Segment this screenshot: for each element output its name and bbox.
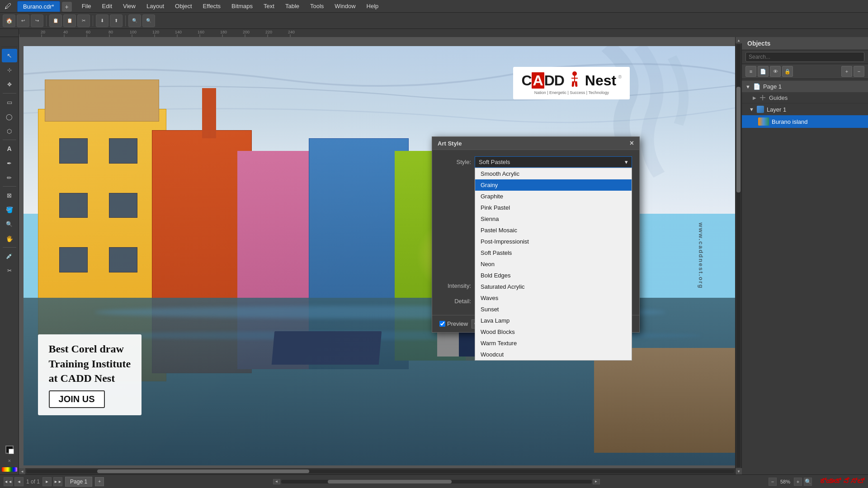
h-scroll-track[interactable]	[281, 480, 592, 483]
preview-checkbox[interactable]	[439, 321, 445, 327]
v-scrollbar[interactable]: ▲ ▼	[735, 37, 741, 474]
obj-tool-add[interactable]: +	[841, 66, 852, 77]
export-btn[interactable]: ⬆	[110, 14, 123, 27]
scroll-left[interactable]: ◄	[19, 468, 25, 474]
scroll-up-btn[interactable]: ▲	[736, 37, 742, 43]
menu-item-view[interactable]: View	[118, 2, 140, 10]
node-tool[interactable]: ⊹	[2, 63, 17, 77]
page-tab[interactable]: Page 1	[65, 477, 92, 487]
scissors-tool[interactable]: ✂	[2, 264, 17, 277]
page-first-btn[interactable]: ◄◄	[4, 477, 13, 486]
dialog-close-button[interactable]: ×	[630, 139, 634, 147]
h-scroll-right[interactable]: ►	[593, 479, 600, 484]
pencil-tool[interactable]: ✏	[2, 171, 17, 184]
dropdown-item-smooth-acrylic[interactable]: Smooth Acrylic	[475, 168, 632, 179]
dropdown-item-pink-pastel[interactable]: Pink Pastel	[475, 202, 632, 213]
guides-expand[interactable]: ▶	[753, 95, 756, 100]
fill-tool[interactable]: 🪣	[2, 203, 17, 216]
page-prev-btn[interactable]: ◄	[14, 477, 24, 486]
zoom-in-btn[interactable]: 🔍	[128, 14, 141, 27]
guides-item[interactable]: ▶ Guides	[742, 92, 868, 103]
menu-item-tools[interactable]: Tools	[306, 2, 328, 10]
dropdown-selected[interactable]: Soft Pastels ▾	[475, 156, 632, 168]
menu-bar: 🖊 Burano.cdr* + FileEditViewLayoutObject…	[0, 0, 868, 13]
h-scroll-thumb[interactable]	[328, 480, 452, 483]
color-eyedrop[interactable]: 💉	[2, 249, 17, 263]
dropdown-item-waves[interactable]: Waves	[475, 292, 632, 304]
dropdown-item-wood-blocks[interactable]: Wood Blocks	[475, 326, 632, 338]
dropdown-item-neon[interactable]: Neon	[475, 258, 632, 270]
search-input[interactable]	[745, 52, 864, 62]
layer1-collapse[interactable]: ▼	[749, 107, 754, 112]
fill-none[interactable]: ✕	[2, 456, 17, 465]
dropdown-list[interactable]: Smooth Acrylic Grainy Graphite Pink Past…	[475, 168, 632, 361]
scroll-down-btn[interactable]: ▼	[736, 468, 742, 474]
menu-item-object[interactable]: Object	[170, 2, 197, 10]
page-next-btn[interactable]: ►	[42, 477, 52, 486]
join-button[interactable]: JOIN US	[49, 390, 105, 408]
polygon-tool[interactable]: ⬡	[2, 124, 17, 138]
select-tool[interactable]: ↖	[2, 49, 17, 62]
dropdown-item-soft-pastels[interactable]: Soft Pastels	[475, 247, 632, 258]
menu-item-edit[interactable]: Edit	[98, 2, 117, 10]
layer1-item[interactable]: ▼ Layer 1	[742, 103, 868, 115]
import-btn[interactable]: ⬇	[96, 14, 108, 27]
obj-tool-del[interactable]: −	[854, 66, 864, 77]
zoom-out-status[interactable]: −	[769, 478, 777, 486]
dropdown-item-post-impressionist[interactable]: Post-Impressionist	[475, 236, 632, 247]
home-button[interactable]: 🏠	[3, 14, 15, 27]
menu-item-bitmaps[interactable]: Bitmaps	[227, 2, 257, 10]
obj-tool-page[interactable]: 📄	[758, 66, 769, 77]
tool-btn-1[interactable]: ↩	[17, 14, 29, 27]
dropdown-item-bold-edges[interactable]: Bold Edges	[475, 270, 632, 281]
menu-item-file[interactable]: File	[77, 2, 96, 10]
burano-item[interactable]: Burano island	[742, 115, 868, 128]
dropdown-item-warm-texture[interactable]: Warm Texture	[475, 338, 632, 349]
crop-tool[interactable]: ⊠	[2, 188, 17, 202]
dropdown-item-graphite[interactable]: Graphite	[475, 191, 632, 202]
transform-tool[interactable]: ✥	[2, 78, 17, 91]
dropdown-item-sunset[interactable]: Sunset	[475, 304, 632, 315]
bottom-scrollbar[interactable]: ◄ ►	[273, 479, 600, 484]
zoom-out-btn[interactable]: 🔍	[142, 14, 155, 27]
new-tab-button[interactable]: +	[62, 2, 72, 12]
tool-btn-4[interactable]: 📋	[63, 14, 76, 27]
v-scroll-track[interactable]	[736, 44, 741, 467]
menu-item-help[interactable]: Help	[362, 2, 383, 10]
menu-item-effects[interactable]: Effects	[198, 2, 226, 10]
h-scrollbar[interactable]: ◄ ►	[19, 468, 741, 474]
page1-item[interactable]: ▼ 📄 Page 1	[742, 81, 868, 92]
page-last-btn[interactable]: ►►	[53, 477, 62, 486]
obj-tool-eye[interactable]: 👁	[770, 66, 781, 77]
dropdown-item-woodcut[interactable]: Woodcut	[475, 349, 632, 360]
obj-tool-lock[interactable]: 🔒	[782, 66, 793, 77]
ellipse-tool[interactable]: ◯	[2, 110, 17, 123]
zoom-fit[interactable]: 🔍	[804, 478, 812, 486]
add-page-btn[interactable]: +	[95, 477, 104, 486]
h-scroll-left[interactable]: ◄	[273, 479, 280, 484]
v-scroll-thumb[interactable]	[736, 87, 741, 192]
rectangle-tool[interactable]: ▭	[2, 95, 17, 109]
style-dropdown[interactable]: Soft Pastels ▾ Smooth Acrylic Grainy Gra…	[475, 156, 632, 168]
pan-tool[interactable]: 🖐	[2, 232, 17, 245]
menu-item-layout[interactable]: Layout	[142, 2, 169, 10]
file-tab[interactable]: Burano.cdr*	[17, 1, 60, 12]
menu-item-window[interactable]: Window	[330, 2, 360, 10]
tool-btn-3[interactable]: 📋	[49, 14, 62, 27]
zoom-tool[interactable]: 🔍	[2, 217, 17, 231]
pen-tool[interactable]: ✒	[2, 156, 17, 170]
text-tool[interactable]: A	[2, 142, 17, 155]
dropdown-item-grainy[interactable]: Grainy	[475, 179, 632, 191]
preview-checkbox-container[interactable]: Preview	[439, 320, 468, 327]
obj-tool-layers[interactable]: ≡	[745, 66, 756, 77]
dropdown-item-lava-lamp[interactable]: Lava Lamp	[475, 315, 632, 326]
menu-item-text[interactable]: Text	[259, 2, 279, 10]
dropdown-item-sienna[interactable]: Sienna	[475, 213, 632, 225]
tool-btn-5[interactable]: ✂	[77, 14, 90, 27]
dropdown-item-pastel-mosaic[interactable]: Pastel Mosaic	[475, 225, 632, 236]
page1-collapse-arrow[interactable]: ▼	[745, 84, 750, 89]
dropdown-item-saturated-acrylic[interactable]: Saturated Acrylic	[475, 281, 632, 292]
menu-item-table[interactable]: Table	[281, 2, 304, 10]
tool-btn-2[interactable]: ↪	[31, 14, 43, 27]
zoom-in-status[interactable]: +	[794, 478, 802, 486]
